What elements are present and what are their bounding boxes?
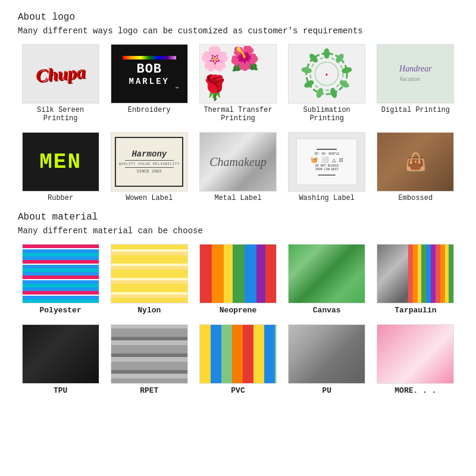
- logo-item-embroidery: BOB MARLEY ™ Enbroidery: [107, 44, 192, 129]
- about-material-section: About material Many different material c…: [18, 212, 458, 401]
- logo-item-thermal: 🌸🌺🌹 Thermal Transfer Printing: [195, 44, 280, 129]
- rubber-label: Rubber: [48, 194, 73, 202]
- material-item-pvc: PVC: [195, 324, 280, 401]
- wreath-logo: ♦: [289, 45, 365, 103]
- bob-marley-logo: BOB MARLEY ™: [111, 45, 187, 103]
- washing-line5: ▬▬▬▬▬▬▬▬: [318, 173, 336, 177]
- rpet-image: [111, 324, 188, 384]
- washing-label: Washing Label: [299, 194, 355, 202]
- about-logo-subtitle: Many different ways logo can be customiz…: [18, 26, 458, 36]
- svg-point-6: [339, 79, 350, 89]
- polyester-label: Polyester: [39, 306, 81, 315]
- rubber-image: MEN: [22, 132, 99, 192]
- svg-point-9: [303, 79, 315, 89]
- logo-item-digital: HandrearVacation Digital Printing: [373, 44, 458, 129]
- logo-item-silk-screen: Chupa Silk Sereen Printing: [18, 44, 103, 129]
- logo-item-sublimation: ♦ Sublimation Printing: [284, 44, 369, 129]
- material-row-2: TPU RPET PVC PU MORE. . .: [18, 324, 458, 401]
- embossed-image: 👜: [377, 132, 454, 192]
- tarpaulin-image: [377, 244, 454, 303]
- neoprene-label: Neoprene: [220, 306, 256, 315]
- harmony-logo: Harmony QUALITY VALUE RELIABILITY SINCE …: [115, 137, 183, 186]
- canvas-label: Canvas: [313, 306, 341, 315]
- men-logo: MEN: [23, 133, 99, 191]
- more-image: [377, 324, 454, 384]
- digital-image: HandrearVacation: [377, 44, 454, 104]
- thermal-label: Thermal Transfer Printing: [195, 106, 280, 123]
- harmony-since: SINCE 2002: [137, 169, 162, 174]
- tarpaulin-label: Tarpaulin: [394, 306, 436, 315]
- woven-label: Wowen Label: [126, 194, 173, 202]
- svg-point-3: [324, 48, 330, 59]
- metal-script-text: Chamakeup: [209, 155, 267, 169]
- logo-item-woven: Harmony QUALITY VALUE RELIABILITY SINCE …: [107, 132, 192, 208]
- woven-image: Harmony QUALITY VALUE RELIABILITY SINCE …: [111, 132, 188, 192]
- polyester-image: [22, 244, 99, 303]
- sublimation-label: Sublimation Printing: [284, 106, 369, 123]
- neoprene-image: [199, 244, 277, 303]
- washing-image: ▬▬▬▬▬▬▬▬ 30° 40° GENTLE 🧺 ⬜ △ ⊡ DO NOT B…: [288, 132, 365, 192]
- washing-line2: 30° 40° GENTLE: [314, 152, 339, 156]
- harmony-title: Harmony: [131, 149, 167, 159]
- rpet-label: RPET: [140, 386, 158, 395]
- logo-row-1: Chupa Silk Sereen Printing BOB MARLEY ™ …: [18, 44, 458, 129]
- svg-point-11: [308, 52, 320, 64]
- logo-item-metal: Chamakeup Metal Label: [195, 132, 280, 208]
- men-text: MEN: [39, 150, 82, 174]
- washing-line1: ▬▬▬▬▬▬▬▬: [317, 146, 337, 151]
- material-row-1: Polyester Nylon Neoprene Canvas Tarpauli…: [18, 244, 458, 321]
- harmony-line-bottom: [125, 167, 174, 168]
- washing-logo: ▬▬▬▬▬▬▬▬ 30° 40° GENTLE 🧺 ⬜ △ ⊡ DO NOT B…: [296, 139, 357, 185]
- material-item-more: MORE. . .: [373, 324, 458, 401]
- about-logo-section: About logo Many different ways logo can …: [18, 12, 458, 208]
- flower-logo: 🌸🌺🌹: [200, 45, 276, 103]
- logo-item-washing: ▬▬▬▬▬▬▬▬ 30° 40° GENTLE 🧺 ⬜ △ ⊡ DO NOT B…: [284, 132, 369, 208]
- material-item-neoprene: Neoprene: [195, 244, 280, 321]
- about-material-subtitle: Many different material can be choose: [18, 226, 458, 236]
- pu-image: [288, 324, 365, 384]
- sublimation-image: ♦: [288, 44, 365, 104]
- harmony-sub: QUALITY VALUE RELIABILITY: [119, 162, 180, 166]
- logo-item-rubber: MEN Rubber: [18, 132, 103, 208]
- material-item-rpet: RPET: [107, 324, 192, 401]
- material-item-tpu: TPU: [18, 324, 103, 401]
- svg-text:♦: ♦: [325, 71, 328, 77]
- material-item-pu: PU: [284, 324, 369, 401]
- chupa-logo: Chupa: [35, 61, 86, 86]
- about-logo-title: About logo: [18, 12, 458, 23]
- logo-item-embossed: 👜 Embossed: [373, 132, 458, 208]
- metal-logo: Chamakeup: [200, 133, 276, 191]
- pvc-image: [199, 324, 277, 384]
- digital-logo: HandrearVacation: [399, 64, 432, 83]
- material-item-nylon: Nylon: [107, 244, 192, 321]
- washing-line4: IRON LOW HEAT: [315, 168, 339, 171]
- about-material-title: About material: [18, 212, 458, 223]
- bob-text: BOB: [136, 62, 162, 77]
- more-label: MORE. . .: [394, 386, 436, 395]
- metal-image: Chamakeup: [199, 132, 277, 192]
- nylon-label: Nylon: [137, 306, 161, 315]
- rainbow-bar: [123, 56, 176, 60]
- canvas-image: [288, 244, 365, 303]
- silk-screen-image: Chupa: [22, 44, 99, 104]
- pu-label: PU: [322, 386, 331, 395]
- nylon-image: [111, 244, 188, 303]
- tm-mark: ™: [176, 86, 178, 92]
- metal-label: Metal Label: [214, 194, 261, 202]
- svg-point-10: [301, 67, 312, 74]
- pvc-label: PVC: [231, 386, 245, 395]
- material-item-polyester: Polyester: [18, 244, 103, 321]
- embroidery-image: BOB MARLEY ™: [111, 44, 188, 104]
- embroidery-label: Enbroidery: [128, 106, 171, 114]
- logo-row-2: MEN Rubber Harmony QUALITY VALUE RELIABI…: [18, 132, 458, 208]
- harmony-line-top: [125, 160, 174, 161]
- marley-text: MARLEY: [129, 77, 170, 86]
- material-item-canvas: Canvas: [284, 244, 369, 321]
- tpu-image: [22, 324, 99, 384]
- material-item-tarpaulin: Tarpaulin: [373, 244, 458, 321]
- embossed-logo: 👜: [377, 133, 453, 191]
- silk-screen-label: Silk Sereen Printing: [18, 106, 103, 123]
- digital-label: Digital Printing: [381, 106, 450, 114]
- wreath-svg: ♦: [289, 45, 365, 103]
- tpu-label: TPU: [54, 386, 67, 395]
